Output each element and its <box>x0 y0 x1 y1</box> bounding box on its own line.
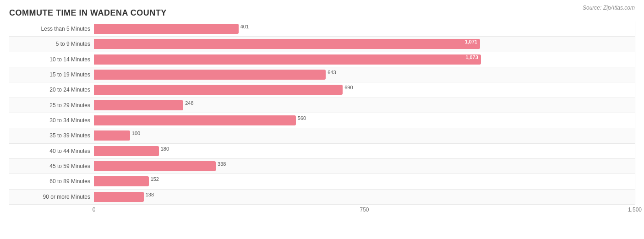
bar-track: 690 <box>94 85 635 95</box>
bar-track: 248 <box>94 100 635 110</box>
bar-fill: 138 <box>94 192 144 202</box>
bar-label: 15 to 19 Minutes <box>9 71 94 78</box>
bar-track: 100 <box>94 130 635 141</box>
bar-label: 40 to 44 Minutes <box>9 148 94 154</box>
bar-label: 45 to 59 Minutes <box>9 163 94 169</box>
bar-value-inside: 1,073 <box>465 54 478 60</box>
bar-row: 25 to 29 Minutes248 <box>9 98 635 113</box>
bar-row: 40 to 44 Minutes180 <box>9 144 635 159</box>
chart-title: COMMUTE TIME IN WADENA COUNTY <box>9 8 635 18</box>
bar-row: 15 to 19 Minutes643 <box>9 67 635 82</box>
bar-value: 138 <box>146 192 154 197</box>
bar-row: 35 to 39 Minutes100 <box>9 128 635 143</box>
x-axis-tick: 750 <box>360 206 369 213</box>
bar-label: 90 or more Minutes <box>9 194 94 200</box>
bars-section: Less than 5 Minutes4015 to 9 Minutes1,07… <box>9 22 635 205</box>
bar-row: 45 to 59 Minutes338 <box>9 159 635 174</box>
bar-fill: 690 <box>94 85 343 95</box>
bar-track: 138 <box>94 192 635 202</box>
bar-row: 90 or more Minutes138 <box>9 190 635 205</box>
bar-fill: 560 <box>94 115 296 125</box>
bar-track: 560 <box>94 115 635 125</box>
bar-track: 1,071 <box>94 39 635 49</box>
bar-row: 5 to 9 Minutes1,071 <box>9 37 635 52</box>
bar-row: 10 to 14 Minutes1,073 <box>9 52 635 67</box>
bar-track: 338 <box>94 161 635 171</box>
bar-value: 152 <box>151 176 159 182</box>
bar-fill: 100 <box>94 130 130 141</box>
bar-label: 5 to 9 Minutes <box>9 41 94 47</box>
bar-track: 180 <box>94 146 635 156</box>
bar-value: 100 <box>132 130 140 136</box>
bar-value: 643 <box>327 70 336 75</box>
bar-row: 20 to 24 Minutes690 <box>9 82 635 98</box>
chart-source: Source: ZipAtlas.com <box>583 5 635 11</box>
bar-fill: 643 <box>94 70 326 80</box>
bar-fill: 401 <box>94 24 239 34</box>
bar-fill: 152 <box>94 176 149 186</box>
bar-label: Less than 5 Minutes <box>9 26 94 32</box>
bar-row: 30 to 34 Minutes560 <box>9 113 635 128</box>
bar-label: 60 to 89 Minutes <box>9 178 94 185</box>
bar-fill: 338 <box>94 161 216 171</box>
bar-value: 180 <box>161 146 169 152</box>
bar-track: 152 <box>94 176 635 186</box>
bar-value-inside: 1,071 <box>465 39 478 44</box>
x-axis-tick: 0 <box>93 206 96 213</box>
bar-track: 1,073 <box>94 54 635 65</box>
bar-row: 60 to 89 Minutes152 <box>9 174 635 189</box>
bar-label: 20 to 24 Minutes <box>9 87 94 93</box>
bar-fill: 180 <box>94 146 159 156</box>
bar-value: 248 <box>185 100 193 106</box>
bar-fill: 248 <box>94 100 183 110</box>
bar-fill: 1,071 <box>94 39 480 49</box>
bar-value: 401 <box>240 24 249 29</box>
bar-row: Less than 5 Minutes401 <box>9 22 635 37</box>
bar-value: 690 <box>344 85 353 90</box>
chart-area: Less than 5 Minutes4015 to 9 Minutes1,07… <box>9 22 635 218</box>
x-axis: 07501,500 <box>94 205 635 218</box>
bar-track: 643 <box>94 70 635 80</box>
bar-label: 30 to 34 Minutes <box>9 117 94 124</box>
bar-value: 560 <box>298 115 306 121</box>
bar-fill: 1,073 <box>94 54 481 65</box>
bar-label: 35 to 39 Minutes <box>9 132 94 139</box>
bar-label: 10 to 14 Minutes <box>9 56 94 63</box>
bar-label: 25 to 29 Minutes <box>9 102 94 109</box>
chart-container: COMMUTE TIME IN WADENA COUNTY Source: Zi… <box>0 0 644 239</box>
x-axis-tick: 1,500 <box>628 206 642 213</box>
bar-value: 338 <box>218 161 226 167</box>
bar-track: 401 <box>94 24 635 34</box>
